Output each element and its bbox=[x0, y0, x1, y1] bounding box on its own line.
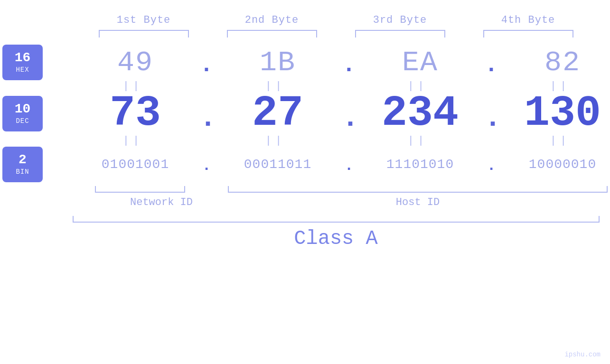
bottom-brackets-row bbox=[76, 186, 610, 193]
dot-dec-3: . bbox=[484, 102, 498, 134]
bin-badge: 2 BIN bbox=[2, 147, 43, 182]
class-bracket bbox=[73, 216, 600, 223]
class-section: Class A bbox=[73, 216, 600, 250]
bracket-top-1 bbox=[80, 30, 208, 37]
host-bracket bbox=[228, 186, 608, 193]
network-id-label: Network ID bbox=[90, 196, 233, 208]
byte-label-1: 1st Byte bbox=[80, 14, 208, 26]
dec-row: 10 DEC 73 . 27 . 234 . 130 bbox=[2, 92, 610, 135]
hex-val-1: 49 bbox=[117, 47, 153, 79]
dot-hex-3: . bbox=[484, 52, 498, 78]
bracket-top-2 bbox=[208, 30, 336, 37]
dot-bin-3: . bbox=[484, 157, 498, 175]
dec-badge: 10 DEC bbox=[2, 96, 43, 131]
bracket-top-3 bbox=[336, 30, 464, 37]
dec-val-2: 27 bbox=[252, 89, 303, 138]
byte-label-4: 4th Byte bbox=[464, 14, 592, 26]
class-label: Class A bbox=[73, 227, 600, 250]
byte-label-2: 2nd Byte bbox=[208, 14, 336, 26]
segment-labels: Network ID Host ID bbox=[90, 196, 603, 208]
dot-bin-2: . bbox=[342, 157, 356, 175]
bracket-top-4 bbox=[464, 30, 592, 37]
hex-row: 16 HEX 49 . 1B . EA . 82 bbox=[2, 45, 610, 80]
main-container: 1st Byte 2nd Byte 3rd Byte 4th Byte 16 H… bbox=[0, 0, 610, 364]
bin-val-1: 01001001 bbox=[102, 157, 169, 172]
top-brackets bbox=[18, 30, 592, 37]
dot-hex-2: . bbox=[342, 52, 356, 78]
bin-val-2: 00011011 bbox=[244, 157, 311, 172]
bin-val-3: 11101010 bbox=[386, 157, 454, 172]
network-bracket-wrap bbox=[76, 186, 204, 193]
dec-val-4: 130 bbox=[524, 89, 601, 138]
dot-dec-1: . bbox=[199, 102, 214, 134]
host-id-label: Host ID bbox=[233, 196, 603, 208]
network-bracket bbox=[95, 186, 185, 193]
dec-val-1: 73 bbox=[110, 89, 161, 138]
dot-dec-2: . bbox=[342, 102, 356, 134]
hex-val-3: EA bbox=[402, 47, 438, 79]
byte-label-3: 3rd Byte bbox=[336, 14, 464, 26]
byte-labels-row: 1st Byte 2nd Byte 3rd Byte 4th Byte bbox=[0, 0, 610, 26]
watermark: ipshu.com bbox=[564, 351, 601, 358]
host-bracket-wrap bbox=[218, 186, 610, 193]
hex-badge: 16 HEX bbox=[2, 45, 43, 80]
bin-row: 2 BIN 01001001 . 00011011 . 11101010 . 1… bbox=[2, 147, 610, 182]
dot-bin-1: . bbox=[199, 157, 214, 175]
hex-val-2: 1B bbox=[260, 47, 296, 79]
hex-val-4: 82 bbox=[544, 47, 581, 79]
dec-val-3: 234 bbox=[382, 89, 459, 138]
dot-hex-1: . bbox=[199, 52, 214, 78]
bin-val-4: 10000010 bbox=[529, 157, 596, 172]
